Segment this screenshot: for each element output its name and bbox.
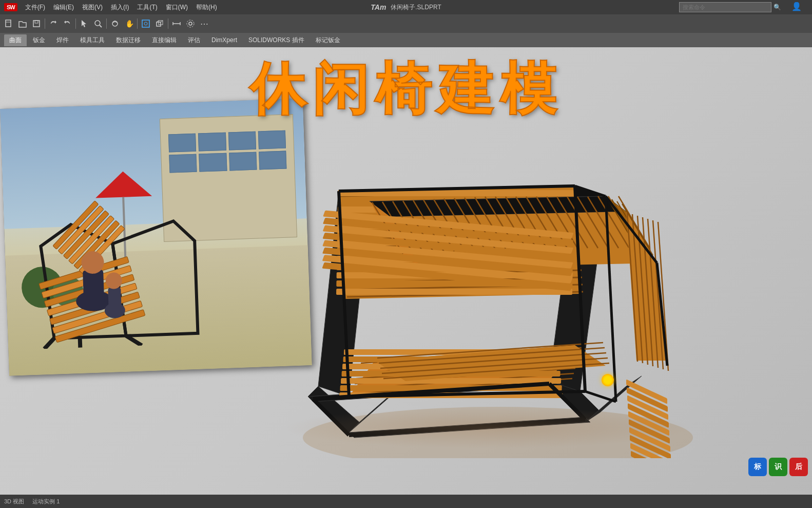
settings-button[interactable] xyxy=(184,17,197,30)
tab-evaluate[interactable]: 评估 xyxy=(183,34,205,46)
ellipsis-icon: ⋯ xyxy=(200,19,208,29)
tab-sheet-metal[interactable]: 钣金 xyxy=(28,34,50,46)
svg-point-5 xyxy=(95,21,100,26)
tab-surface[interactable]: 曲面 xyxy=(4,34,27,46)
tab-bar: 曲面 钣金 焊件 模具工具 数据迁移 直接编辑 评估 DimXpert SOLI… xyxy=(0,33,812,47)
tab-sw-plugins[interactable]: SOLIDWORKS 插件 xyxy=(243,34,310,46)
menu-help[interactable]: 帮助(H) xyxy=(192,2,221,13)
svg-rect-64 xyxy=(341,378,561,384)
svg-line-41 xyxy=(44,338,55,349)
svg-line-176 xyxy=(585,391,616,402)
svg-rect-0 xyxy=(6,20,11,27)
toolbar-sep-4 xyxy=(137,18,138,29)
sketch-button[interactable] xyxy=(139,17,152,30)
user-icon[interactable]: 👤 xyxy=(791,2,802,11)
svg-rect-103 xyxy=(336,289,572,295)
tab-mold-tools[interactable]: 模具工具 xyxy=(75,34,110,46)
tab-weldment[interactable]: 焊件 xyxy=(51,34,74,46)
svg-rect-9 xyxy=(142,20,149,27)
badge-biaozhun[interactable]: 标 xyxy=(748,458,767,476)
svg-rect-39 xyxy=(108,287,122,314)
search-icon: 🔍 xyxy=(774,4,781,11)
svg-point-19 xyxy=(187,20,194,27)
svg-marker-4 xyxy=(82,20,86,27)
reference-photo xyxy=(0,98,312,375)
tab-mark-sheet[interactable]: 标记钣金 xyxy=(311,34,345,46)
svg-rect-2 xyxy=(33,21,40,27)
photo-background xyxy=(0,98,312,375)
svg-rect-36 xyxy=(83,270,104,306)
menu-window[interactable]: 窗口(W) xyxy=(162,2,191,13)
model-shadow xyxy=(282,407,693,448)
rotate-button[interactable] xyxy=(108,17,122,30)
toolbar: ✋ ⋯ xyxy=(0,14,812,33)
zoom-button[interactable] xyxy=(91,17,105,30)
undo-button[interactable] xyxy=(47,17,60,30)
solidworks-logo: SW xyxy=(4,3,17,11)
svg-point-7 xyxy=(112,21,118,26)
menu-edit[interactable]: 编辑(E) xyxy=(50,2,78,13)
redo-button[interactable] xyxy=(61,17,74,30)
search-input[interactable] xyxy=(679,2,771,12)
chair-3d-model xyxy=(267,88,729,458)
menu-insert[interactable]: 插入(I) xyxy=(107,2,132,13)
select-button[interactable] xyxy=(78,17,91,30)
search-bar: 🔍 xyxy=(679,1,781,13)
extrude-button[interactable] xyxy=(153,17,166,30)
cursor-indicator xyxy=(602,374,614,386)
measure-button[interactable] xyxy=(170,17,183,30)
corner-badges: 标 识 后 xyxy=(748,458,808,476)
chair-photo-svg xyxy=(6,135,301,350)
app-logo: SW xyxy=(4,3,17,11)
tab-direct-edit[interactable]: 直接编辑 xyxy=(147,34,182,46)
menu-view[interactable]: 视图(V) xyxy=(79,2,106,13)
document-title: 休闲椅子.SLDPRT xyxy=(391,3,441,12)
svg-point-10 xyxy=(144,22,147,25)
svg-line-6 xyxy=(100,25,102,27)
svg-point-18 xyxy=(189,22,192,25)
svg-line-43 xyxy=(80,337,81,348)
toolbar-sep-5 xyxy=(168,18,168,29)
badge-shibie[interactable]: 识 xyxy=(769,458,787,476)
main-viewport: 休闲椅建模 xyxy=(0,47,812,495)
instance-status: 运动实例 1 xyxy=(32,498,60,505)
more-button[interactable]: ⋯ xyxy=(198,17,211,30)
pan-button[interactable]: ✋ xyxy=(122,17,136,30)
tab-data-migration[interactable]: 数据迁移 xyxy=(111,34,146,46)
new-button[interactable] xyxy=(2,17,15,30)
tab-dimxpert[interactable]: DimXpert xyxy=(206,35,242,45)
toolbar-sep-2 xyxy=(75,18,76,29)
toolbar-sep-3 xyxy=(106,18,107,29)
title-bar: TAm 休闲椅子.SLDPRT xyxy=(371,0,441,14)
menu-tools[interactable]: 工具(T) xyxy=(133,2,161,13)
tam-label: TAm xyxy=(371,3,386,11)
save-button[interactable] xyxy=(30,17,43,30)
menu-file[interactable]: 文件(F) xyxy=(22,2,49,13)
view-mode-status: 3D 视图 xyxy=(4,498,24,505)
badge-hou[interactable]: 后 xyxy=(789,458,808,476)
menu-bar: SW 文件(F) 编辑(E) 视图(V) 插入(I) 工具(T) 窗口(W) 帮… xyxy=(0,0,812,14)
open-button[interactable] xyxy=(16,17,29,30)
svg-text:✋: ✋ xyxy=(125,20,133,28)
status-bar: 3D 视图 运动实例 1 xyxy=(0,495,812,508)
toolbar-sep-1 xyxy=(45,18,45,29)
